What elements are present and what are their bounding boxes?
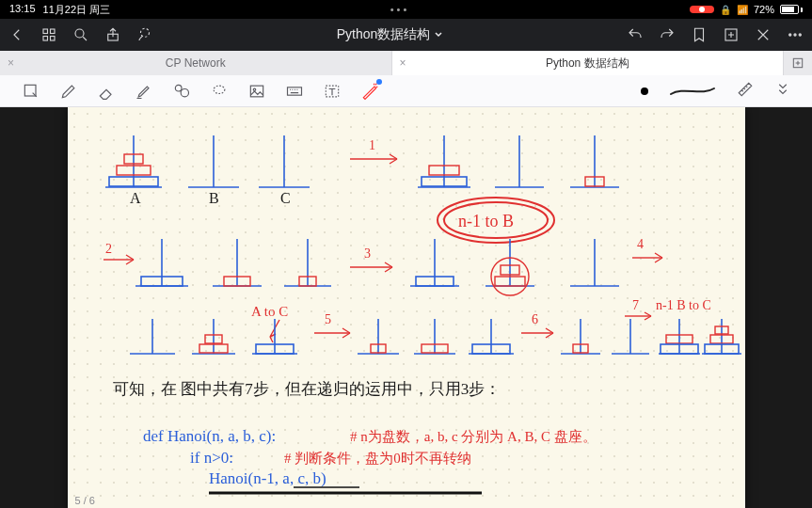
chevron-down-icon bbox=[434, 30, 443, 40]
svg-rect-1 bbox=[51, 29, 56, 34]
collapse-toolbar-button[interactable] bbox=[774, 81, 791, 102]
eraser-tool[interactable] bbox=[96, 81, 117, 102]
svg-text:可知，在 图中共有7步，但在递归的运用中，只用3步：: 可知，在 图中共有7步，但在递归的运用中，只用3步： bbox=[113, 380, 501, 398]
svg-text:6: 6 bbox=[532, 312, 538, 326]
add-tab-button[interactable] bbox=[784, 51, 812, 75]
status-bar: 13:15 11月22日 周三 ••• 🔒 📶 72% bbox=[0, 0, 812, 19]
bookmark-button[interactable] bbox=[690, 25, 709, 44]
svg-text:B: B bbox=[209, 190, 219, 206]
svg-text:7: 7 bbox=[632, 298, 639, 312]
svg-text:C: C bbox=[280, 190, 291, 206]
shape-tool[interactable] bbox=[171, 81, 192, 102]
status-notch-dots: ••• bbox=[390, 4, 410, 15]
color-picker[interactable] bbox=[641, 87, 648, 95]
svg-text:# n为盘数，a, b, c 分别为 A, B, C 盘座。: # n为盘数，a, b, c 分别为 A, B, C 盘座。 bbox=[350, 429, 597, 444]
svg-rect-2 bbox=[43, 37, 48, 41]
svg-text:if n>0:: if n>0: bbox=[190, 449, 233, 467]
svg-point-13 bbox=[175, 85, 182, 91]
close-tab-icon[interactable]: × bbox=[400, 56, 406, 70]
svg-text:Hanoi(n-1, a, c, b): Hanoi(n-1, a, c, b) bbox=[209, 469, 326, 487]
note-page[interactable]: A B C 1 n-1 to B 2 bbox=[68, 107, 745, 508]
lasso-tool[interactable] bbox=[209, 81, 230, 102]
page-indicator: 5 / 6 bbox=[75, 495, 95, 506]
image-tool[interactable] bbox=[247, 81, 267, 102]
pen-tool[interactable] bbox=[58, 81, 79, 102]
battery-percent: 72% bbox=[754, 4, 774, 15]
share-button[interactable] bbox=[103, 25, 122, 44]
svg-text:n-1 B to C: n-1 B to C bbox=[656, 298, 711, 312]
status-time: 13:15 bbox=[9, 3, 36, 17]
svg-rect-3 bbox=[51, 37, 56, 41]
svg-text:A: A bbox=[130, 190, 141, 206]
close-tab-icon[interactable]: × bbox=[8, 56, 14, 70]
redo-button[interactable] bbox=[658, 25, 677, 44]
plus-in-box-icon bbox=[791, 56, 804, 70]
add-page-button[interactable] bbox=[722, 25, 740, 44]
svg-text:3: 3 bbox=[364, 246, 371, 261]
tab-label: CP Network bbox=[9, 56, 382, 70]
tab-label: Python 数据结构 bbox=[402, 56, 774, 71]
search-button[interactable] bbox=[72, 25, 90, 44]
more-button[interactable] bbox=[786, 25, 804, 44]
svg-rect-18 bbox=[288, 87, 302, 94]
svg-text:1: 1 bbox=[369, 138, 375, 152]
keyboard-tool[interactable] bbox=[284, 81, 305, 102]
orientation-lock-icon: 🔒 bbox=[720, 5, 731, 15]
text-tool[interactable] bbox=[322, 81, 342, 102]
lasso-button[interactable] bbox=[135, 25, 154, 44]
tab-cp-network[interactable]: × CP Network bbox=[0, 51, 392, 75]
bluetooth-dot-icon bbox=[376, 79, 382, 85]
undo-button[interactable] bbox=[626, 25, 645, 44]
battery-icon bbox=[780, 5, 803, 14]
laser-pointer-tool[interactable] bbox=[359, 81, 380, 102]
svg-point-6 bbox=[141, 28, 150, 37]
recording-indicator[interactable] bbox=[690, 6, 714, 13]
app-toolbar: Python数据结构 bbox=[0, 19, 812, 51]
close-button[interactable] bbox=[754, 25, 772, 44]
tab-strip: × CP Network × Python 数据结构 bbox=[0, 51, 812, 75]
ruler-tool[interactable] bbox=[737, 81, 754, 102]
handwriting-layer: A B C 1 n-1 to B 2 bbox=[68, 107, 745, 508]
pen-toolbar bbox=[0, 75, 812, 107]
tab-python[interactable]: × Python 数据结构 bbox=[392, 51, 785, 75]
svg-point-14 bbox=[181, 88, 188, 96]
svg-text:# 判断条件，盘为0时不再转纳: # 判断条件，盘为0时不再转纳 bbox=[284, 451, 471, 466]
svg-rect-0 bbox=[43, 29, 48, 34]
svg-text:def Hanoi(n, a, b, c):: def Hanoi(n, a, b, c): bbox=[143, 427, 276, 445]
back-button[interactable] bbox=[8, 25, 26, 44]
svg-text:2: 2 bbox=[105, 242, 112, 256]
document-title[interactable]: Python数据结构 bbox=[167, 26, 613, 43]
grid-view-button[interactable] bbox=[40, 25, 58, 44]
highlighter-tool[interactable] bbox=[134, 81, 154, 102]
svg-point-9 bbox=[794, 34, 796, 36]
canvas-area[interactable]: A B C 1 n-1 to B 2 bbox=[0, 107, 812, 508]
svg-text:A to C: A to C bbox=[251, 304, 288, 319]
svg-text:4: 4 bbox=[637, 237, 644, 251]
wifi-icon: 📶 bbox=[737, 5, 748, 15]
svg-text:5: 5 bbox=[325, 312, 331, 326]
svg-point-4 bbox=[75, 29, 84, 38]
svg-text:n-1 to B: n-1 to B bbox=[458, 212, 514, 230]
zoom-tool[interactable] bbox=[21, 81, 41, 102]
svg-point-8 bbox=[789, 34, 791, 36]
status-date: 11月22日 周三 bbox=[43, 3, 111, 17]
svg-point-15 bbox=[214, 86, 225, 93]
svg-rect-16 bbox=[250, 86, 263, 97]
stroke-width-picker[interactable] bbox=[669, 85, 716, 98]
svg-point-10 bbox=[799, 34, 801, 36]
